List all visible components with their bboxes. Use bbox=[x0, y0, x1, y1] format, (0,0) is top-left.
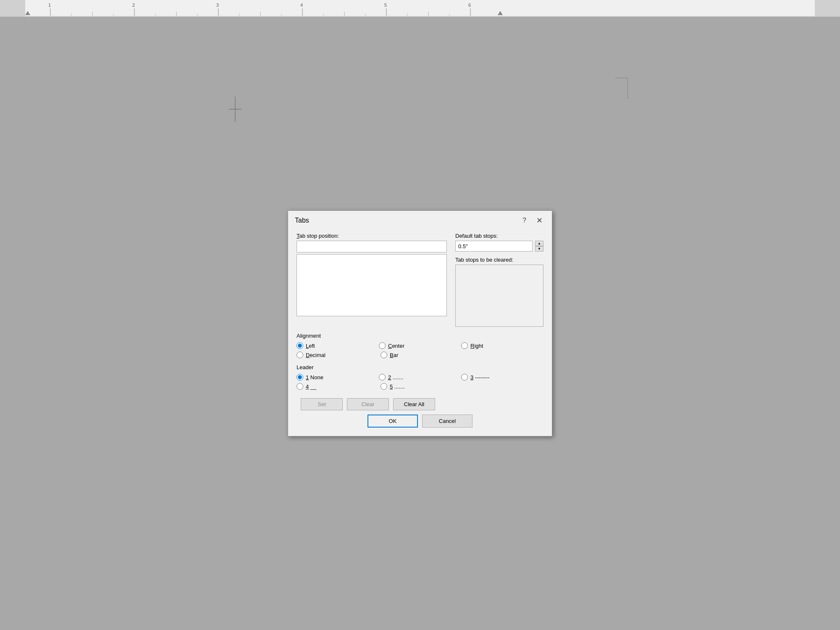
leader-4-radio[interactable] bbox=[297, 383, 303, 390]
cancel-button[interactable]: Cancel bbox=[422, 415, 472, 428]
dialog-overlay: Tabs ? ✕ Tab stop position: bbox=[0, 17, 840, 630]
alignment-decimal-label: Decimal bbox=[306, 352, 326, 358]
dialog-controls: ? ✕ bbox=[520, 216, 545, 225]
page-area: Tabs ? ✕ Tab stop position: bbox=[0, 17, 840, 630]
leader-5[interactable]: 5 ....... bbox=[381, 383, 465, 390]
svg-rect-0 bbox=[0, 0, 25, 16]
leader-2-label: 2 ....... bbox=[388, 374, 403, 381]
alignment-bar-label: Bar bbox=[390, 352, 398, 358]
leader-row-1: 1 None 2 ....... 3 -------- bbox=[297, 374, 543, 381]
spinner-up-button[interactable]: ▲ bbox=[535, 241, 543, 246]
default-tab-stops-label: Default tab stops: bbox=[455, 233, 543, 239]
clear-button[interactable]: Clear bbox=[347, 398, 389, 410]
leader-3-radio[interactable] bbox=[461, 374, 468, 381]
alignment-right-radio[interactable] bbox=[461, 342, 468, 349]
leader-section: Leader 1 None 2 ....... bbox=[297, 364, 543, 390]
leader-4-label: 4 __ bbox=[306, 383, 316, 390]
help-button[interactable]: ? bbox=[520, 216, 529, 225]
alignment-row-2: Decimal Bar bbox=[297, 352, 543, 358]
alignment-right[interactable]: Right bbox=[461, 342, 543, 349]
tab-stops-to-be-cleared-area bbox=[455, 265, 543, 327]
dialog-body: Tab stop position: Default tab stops: bbox=[288, 228, 552, 436]
spinner-buttons: ▲ ▼ bbox=[535, 241, 543, 252]
default-tab-row: ▲ ▼ bbox=[455, 241, 543, 252]
leader-5-radio[interactable] bbox=[381, 383, 387, 390]
leader-3[interactable]: 3 -------- bbox=[461, 374, 543, 381]
svg-text:5: 5 bbox=[384, 3, 387, 8]
svg-rect-1 bbox=[815, 0, 840, 16]
alignment-center-label: Center bbox=[388, 343, 404, 349]
leader-4[interactable]: 4 __ bbox=[297, 383, 381, 390]
alignment-left[interactable]: Left bbox=[297, 342, 379, 349]
alignment-section: Alignment Left Center bbox=[297, 333, 543, 358]
leader-3-label: 3 -------- bbox=[470, 374, 489, 381]
tabs-dialog: Tabs ? ✕ Tab stop position: bbox=[288, 210, 552, 436]
leader-label: Leader bbox=[297, 364, 543, 370]
alignment-left-label: Left bbox=[306, 343, 315, 349]
alignment-left-radio[interactable] bbox=[297, 342, 303, 349]
tab-stop-position-label: Tab stop position: bbox=[297, 233, 447, 239]
alignment-center[interactable]: Center bbox=[379, 342, 461, 349]
tab-stop-list[interactable] bbox=[297, 254, 447, 316]
alignment-decimal-radio[interactable] bbox=[297, 352, 303, 358]
alignment-right-label: Right bbox=[470, 343, 483, 349]
dialog-titlebar: Tabs ? ✕ bbox=[288, 211, 552, 228]
svg-text:6: 6 bbox=[468, 3, 471, 8]
svg-rect-2 bbox=[25, 0, 815, 16]
default-tab-stops-input[interactable] bbox=[455, 241, 533, 252]
alignment-center-radio[interactable] bbox=[379, 342, 386, 349]
leader-2[interactable]: 2 ....... bbox=[379, 374, 461, 381]
right-column: Default tab stops: ▲ ▼ Tab stops to be c… bbox=[455, 233, 543, 327]
svg-text:3: 3 bbox=[216, 3, 219, 8]
dialog-title: Tabs bbox=[295, 217, 309, 224]
alignment-decimal[interactable]: Decimal bbox=[297, 352, 381, 358]
leader-2-radio[interactable] bbox=[379, 374, 386, 381]
alignment-bar[interactable]: Bar bbox=[381, 352, 465, 358]
leader-1-label: 1 None bbox=[306, 374, 323, 381]
svg-text:2: 2 bbox=[132, 3, 135, 8]
alignment-radio-group: Left Center Right bbox=[297, 342, 543, 358]
tab-stop-position-input[interactable] bbox=[297, 241, 447, 252]
leader-1[interactable]: 1 None bbox=[297, 374, 379, 381]
leader-1-radio[interactable] bbox=[297, 374, 303, 381]
alignment-label: Alignment bbox=[297, 333, 543, 339]
svg-text:1: 1 bbox=[48, 3, 51, 8]
alignment-row-1: Left Center Right bbox=[297, 342, 543, 349]
alignment-bar-radio[interactable] bbox=[381, 352, 387, 358]
leader-radio-group: 1 None 2 ....... 3 -------- bbox=[297, 374, 543, 390]
action-buttons-row: Set Clear Clear All bbox=[297, 398, 543, 410]
ruler: 1 2 3 4 5 6 bbox=[0, 0, 840, 17]
spinner-down-button[interactable]: ▼ bbox=[535, 246, 543, 252]
ok-button[interactable]: OK bbox=[368, 415, 418, 428]
leader-5-label: 5 ....... bbox=[390, 383, 405, 390]
svg-text:4: 4 bbox=[300, 3, 303, 8]
clear-all-button[interactable]: Clear All bbox=[393, 398, 435, 410]
top-row: Tab stop position: Default tab stops: bbox=[297, 233, 543, 327]
tab-stops-to-be-cleared-label: Tab stops to be cleared: bbox=[455, 257, 543, 263]
close-button[interactable]: ✕ bbox=[534, 216, 545, 225]
leader-row-2: 4 __ 5 ....... bbox=[297, 383, 543, 390]
set-button[interactable]: Set bbox=[301, 398, 343, 410]
left-column: Tab stop position: bbox=[297, 233, 447, 327]
ok-cancel-row: OK Cancel bbox=[297, 415, 543, 428]
